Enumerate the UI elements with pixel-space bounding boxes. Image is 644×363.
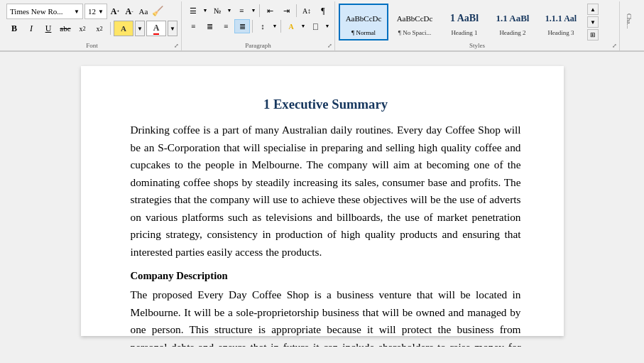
document-heading: 1 Executive Summary [131,94,521,114]
style-heading2-label: Heading 2 [499,29,525,36]
font-size-label: 12 [88,7,96,16]
align-left-btn[interactable]: ≡ [185,19,201,33]
multilevel-btn[interactable]: ≡ [234,4,249,18]
font-group-label: Font [3,42,181,49]
style-no-spacing-preview: AaBbCcDc [393,8,436,29]
styles-scroll-down[interactable]: ▼ [587,16,599,28]
para-row2: ≡ ≣ ≡ ≣ ↕ ▼ A ▼ ⎕ ▼ [185,19,331,33]
font-controls: Times New Ro... ▼ 12 ▼ A+ A- Aa 🧹 B I [6,4,178,36]
font-row2: B I U abc x2 x2 A ▼ A ▼ [6,21,178,36]
style-heading1-label: Heading 1 [451,29,477,36]
bullets-btn[interactable]: ☰ [185,4,201,18]
font-group: Times New Ro... ▼ 12 ▼ A+ A- Aa 🧹 B I [3,1,182,50]
ribbon-groups: Times New Ro... ▼ 12 ▼ A+ A- Aa 🧹 B I [0,0,644,51]
para-sep1 [259,4,260,17]
styles-group: AaBbCcDc ¶ Normal AaBbCcDc ¶ No Spaci...… [335,1,620,50]
style-no-spacing[interactable]: AaBbCcDc ¶ No Spaci... [390,4,440,40]
page: 1 Executive Summary Drinking coffee is a… [81,66,564,336]
document-para1[interactable]: Drinking coffee is a part of many Austra… [131,121,521,261]
line-spacing-dropdown[interactable]: ▼ [271,19,278,33]
extra-group-label: Cha... [623,4,635,39]
styles-row: AaBbCcDc ¶ Normal AaBbCcDc ¶ No Spaci...… [339,4,616,40]
style-heading2-preview: 1.1 AaBl [491,8,534,29]
align-center-btn[interactable]: ≣ [202,19,217,33]
shading-dropdown[interactable]: ▼ [300,19,307,33]
numbering-btn[interactable]: № [209,4,225,18]
bold-btn[interactable]: B [6,21,22,36]
font-color-btn[interactable]: A [146,21,166,36]
sort-btn[interactable]: A↕ [299,4,315,18]
align-right-btn[interactable]: ≡ [218,19,234,33]
para-sep4 [280,20,281,33]
multilevel-dropdown[interactable]: ▼ [250,4,257,18]
font-family-label: Times New Ro... [10,7,62,16]
font-size-arrow[interactable]: ▼ [98,9,104,15]
highlight-color-btn[interactable]: A [114,21,133,36]
para-sep2 [296,4,297,17]
separator1 [110,22,111,35]
style-normal-label: ¶ Normal [351,29,376,36]
document-area: 1 Executive Summary Drinking coffee is a… [0,52,644,347]
borders-dropdown[interactable]: ▼ [324,19,331,33]
change-case-btn[interactable]: Aa [137,5,150,18]
styles-group-label: Styles [335,42,619,49]
extra-group: Cha... [620,1,641,50]
borders-btn[interactable]: ⎕ [307,19,323,33]
numbering-dropdown[interactable]: ▼ [226,4,233,18]
document-subheading: Company Description [131,268,521,283]
style-heading1-preview: 1 AaBl [443,8,486,29]
font-size-selector[interactable]: 12 ▼ [84,4,107,19]
styles-expand-icon[interactable]: ⤢ [612,43,617,49]
toolbar: Times New Ro... ▼ 12 ▼ A+ A- Aa 🧹 B I [0,0,644,52]
para-row1: ☰ ▼ № ▼ ≡ ▼ ⇤ ⇥ A↕ ¶ [185,4,331,18]
increase-indent-btn[interactable]: ⇥ [278,4,294,18]
style-heading2[interactable]: 1.1 AaBl Heading 2 [489,4,536,40]
italic-btn[interactable]: I [23,21,39,36]
document-para2[interactable]: The proposed Every Day Coffee Shop is a … [131,286,521,347]
styles-scroll-up[interactable]: ▲ [587,4,599,15]
style-heading3[interactable]: 1.1.1 Aal Heading 3 [537,4,584,40]
decrease-indent-btn[interactable]: ⇤ [262,4,278,18]
highlight-dropdown-btn[interactable]: ▼ [135,21,145,36]
paragraph-group: ☰ ▼ № ▼ ≡ ▼ ⇤ ⇥ A↕ ¶ ≡ ≣ ≡ [182,1,335,50]
font-dropdown-arrow[interactable]: ▼ [74,9,80,15]
style-no-spacing-label: ¶ No Spaci... [398,29,431,36]
para-sep3 [252,20,253,33]
font-shrink-btn[interactable]: A- [123,5,136,18]
font-grow-btn[interactable]: A+ [109,5,121,18]
bullets-dropdown[interactable]: ▼ [202,4,209,18]
para-controls: ☰ ▼ № ▼ ≡ ▼ ⇤ ⇥ A↕ ¶ ≡ ≣ ≡ [185,4,331,33]
styles-scroll-btns: ▲ ▼ ⊞ [587,4,599,40]
superscript-btn[interactable]: x2 [92,21,107,36]
font-family-selector[interactable]: Times New Ro... ▼ [6,4,83,19]
justify-btn[interactable]: ≣ [234,19,250,33]
show-marks-btn[interactable]: ¶ [315,4,331,18]
style-heading1[interactable]: 1 AaBl Heading 1 [441,4,488,40]
paragraph-expand-icon[interactable]: ⤢ [327,43,332,49]
font-expand-icon[interactable]: ⤢ [174,43,179,49]
font-color-dropdown-btn[interactable]: ▼ [168,21,178,36]
subscript-btn[interactable]: x2 [75,21,90,36]
style-heading3-label: Heading 3 [547,29,574,36]
style-heading3-preview: 1.1.1 Aal [540,8,582,29]
clear-format-btn[interactable]: 🧹 [151,5,164,18]
strikethrough-btn[interactable]: abc [58,21,73,36]
style-normal[interactable]: AaBbCcDc ¶ Normal [339,4,388,40]
styles-more-btn[interactable]: ⊞ [587,29,599,40]
underline-btn[interactable]: U [40,21,56,36]
shading-btn[interactable]: A [283,19,299,33]
style-normal-preview: AaBbCcDc [342,8,385,29]
line-spacing-btn[interactable]: ↕ [255,19,271,33]
font-row1: Times New Ro... ▼ 12 ▼ A+ A- Aa 🧹 [6,4,178,19]
paragraph-group-label: Paragraph [182,42,334,49]
